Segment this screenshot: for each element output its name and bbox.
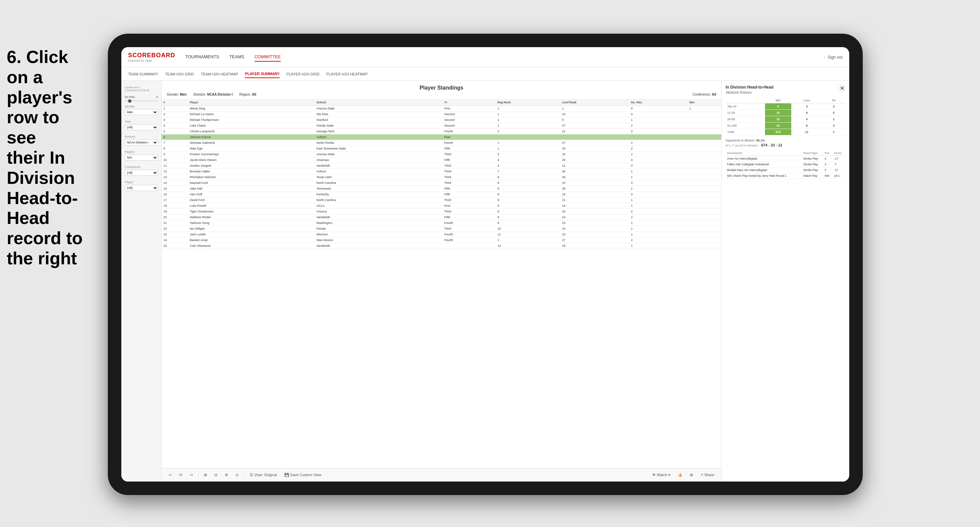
cell-rank: 14 (162, 180, 188, 186)
table-row[interactable]: 10 Jacob Mock-Olesen Arkansas Fifth 4 25… (162, 157, 721, 163)
cell-conf-rank: 24 (560, 152, 629, 157)
cell-school: New Mexico (315, 237, 442, 243)
gender-select[interactable]: Men Women (125, 109, 158, 115)
h2h-loss: 3 (791, 103, 822, 110)
logo-powered: Powered by clippi (128, 59, 175, 62)
col-conf-rank: Conf Rank (560, 99, 629, 106)
table-row[interactable]: 20 Matthew Riedel Vanderbilt Fifth 8 24 … (162, 214, 721, 220)
table-row[interactable]: 23 Jack Lundin Missouri Fourth 11 24 1 (162, 232, 721, 237)
forward-button[interactable]: ↪ (188, 472, 195, 478)
nav-teams[interactable]: TEAMS (229, 52, 244, 62)
year-select[interactable]: (All) (125, 124, 158, 130)
cell-win (688, 214, 721, 220)
table-row[interactable]: 8 Mats Ege East Tennessee State Fifth 1 … (162, 146, 721, 152)
sign-out-button[interactable]: Sign out (828, 55, 843, 60)
table-row[interactable]: 12 Brendan Valles Auburn Third 7 30 1 (162, 169, 721, 175)
table-row[interactable]: 4 Luke Claton Florida State Second 1 27 … (162, 123, 721, 129)
table-row[interactable]: 15 Jake Hall Tennessee Fifth 8 26 1 (162, 186, 721, 192)
no-rds-slider-track[interactable] (125, 100, 158, 102)
tournament-row: Mirabel Maui Jim Intercollegiate Stroke … (725, 167, 845, 173)
player-select[interactable]: (All) (125, 185, 158, 191)
redo-button[interactable]: ⟳ (177, 472, 185, 478)
h2h-win: 8 (765, 103, 791, 110)
watch-button[interactable]: 👁 Watch ▾ (650, 472, 672, 478)
table-row[interactable]: 21 Taehoon Song Washington Fourth 6 23 1 (162, 220, 721, 226)
h2h-tie: 3 (822, 122, 845, 129)
cell-school: North Florida (315, 140, 442, 146)
cell-player: Wenyi Ding (188, 106, 315, 111)
region-select[interactable]: N/A (125, 155, 158, 160)
conference-select[interactable]: (All) (125, 170, 158, 176)
table-row[interactable]: 6 Jackson Koivun Auburn First (162, 134, 721, 140)
panel-filters: Gender: Men Division: NCAA Division I Re… (162, 93, 721, 99)
settings-button[interactable]: ⚙ (223, 472, 230, 478)
view-original-button[interactable]: ☰ View: Original (248, 472, 279, 478)
cell-rank: 11 (162, 163, 188, 169)
thumbs-up-button[interactable]: 👍 (676, 472, 684, 478)
table-row[interactable]: 18 Luke Powell UCLA First 9 24 1 (162, 203, 721, 209)
cell-yr: Fourth (442, 237, 496, 243)
undo-button[interactable]: ↩ (167, 472, 174, 478)
cell-reg-rank: 8 (496, 192, 560, 197)
cell-rds: 2 (629, 209, 687, 214)
paste-button[interactable]: ⊡ (212, 472, 220, 478)
sub-nav-player-h2h-heatmap[interactable]: PLAYER H2H HEATMAP (326, 70, 368, 78)
table-row[interactable]: 19 Tiger Christensen Arizona Third 8 23 … (162, 209, 721, 214)
clock-button[interactable]: ⊙ (234, 472, 240, 478)
division-select[interactable]: NCAA Division I (125, 140, 158, 146)
cell-conf-rank: 19 (560, 192, 629, 197)
sub-nav-team-h2h-heatmap[interactable]: TEAM H2H HEATMAP (201, 70, 238, 78)
cell-reg-rank: 9 (496, 180, 560, 186)
share-button[interactable]: ↗ Share (698, 472, 716, 478)
sub-nav-team-h2h-grid[interactable]: TEAM H2H GRID (165, 70, 194, 78)
table-row[interactable]: 22 Ian Gilligan Florida Third 10 24 1 (162, 226, 721, 232)
h2h-loss: 4 (791, 116, 822, 122)
close-h2h-button[interactable]: ✕ (838, 85, 845, 92)
save-custom-button[interactable]: 💾 Save Custom View (282, 472, 323, 478)
cell-win (688, 117, 721, 123)
h2h-range: 51-100 (725, 122, 765, 129)
panel-title: Player Standings (162, 81, 721, 93)
cell-conf-rank: 21 (560, 129, 629, 134)
cell-reg-rank: 8 (496, 209, 560, 214)
h2h-col-tie: Tie (822, 98, 845, 103)
table-row[interactable]: 16 Alex Goff Kentucky Fifth 8 19 0 (162, 192, 721, 197)
sub-nav-player-h2h-grid[interactable]: PLAYER H2H GRID (286, 70, 320, 78)
table-row[interactable]: 14 Maxwell Ford North Carolina Third 9 2… (162, 180, 721, 186)
cell-conf-rank: 24 (560, 203, 629, 209)
cell-school: Vanderbilt (315, 243, 442, 249)
sub-nav-team-summary[interactable]: TEAM SUMMARY (128, 70, 158, 78)
cell-reg-rank: 1 (496, 123, 560, 129)
cell-player: Mats Ege (188, 146, 315, 152)
no-rds-section: No Rds. 6 (125, 95, 158, 102)
sub-nav: TEAM SUMMARY TEAM H2H GRID TEAM H2H HEAT… (121, 67, 849, 81)
copy-button[interactable]: ⊞ (202, 472, 209, 478)
cell-player: Michael La Sasso (188, 111, 315, 117)
table-row[interactable]: 7 Nicholas Gabrelcik North Florida Fourt… (162, 140, 721, 146)
cell-win (688, 140, 721, 146)
table-row[interactable]: 11 Gordon Sargent Vanderbilt Third 4 21 … (162, 163, 721, 169)
nav-committee[interactable]: COMMITTEE (255, 52, 281, 62)
table-row[interactable]: 9 Preston Summerhays Arizona State Third… (162, 152, 721, 157)
sub-nav-player-summary[interactable]: PLAYER SUMMARY (245, 70, 280, 78)
table-row[interactable]: 24 Bastien Amat New Mexico Fourth 1 27 2 (162, 237, 721, 243)
table-row[interactable]: 17 David Ford North Carolina Third 9 21 … (162, 197, 721, 203)
gender-section: Gender Men Women (125, 105, 158, 115)
cell-player: Luke Powell (188, 203, 315, 209)
no-rds-slider-thumb[interactable] (128, 99, 131, 103)
nav-tournaments[interactable]: TOURNAMENTS (185, 52, 219, 62)
tournament-name: Amer Am Intercollegiate (725, 156, 802, 162)
table-row[interactable]: 1 Wenyi Ding Arizona State First 1 1 8 1 (162, 106, 721, 111)
cell-yr: Third (442, 197, 496, 203)
table-row[interactable]: 13 Phichaksn Maichon Texas A&M Third 6 3… (162, 175, 721, 180)
table-row[interactable]: 2 Michael La Sasso Ole Miss Second 1 19 … (162, 111, 721, 117)
table-row[interactable]: 3 Michael Thorbjornsen Stanford Second 1… (162, 117, 721, 123)
cell-rank: 8 (162, 146, 188, 152)
h2h-row: 26-50 22 4 1 (725, 116, 845, 122)
cell-rank: 13 (162, 175, 188, 180)
table-row[interactable]: 25 Cole Sherwood Vanderbilt 12 23 1 (162, 243, 721, 249)
grid-button[interactable]: ⊞ (688, 472, 695, 478)
table-row[interactable]: 5 Christo Lamprecht Georgia Tech Fourth … (162, 129, 721, 134)
toolbar-sep2 (244, 472, 244, 478)
h2h-range: Top 10 (725, 103, 765, 110)
